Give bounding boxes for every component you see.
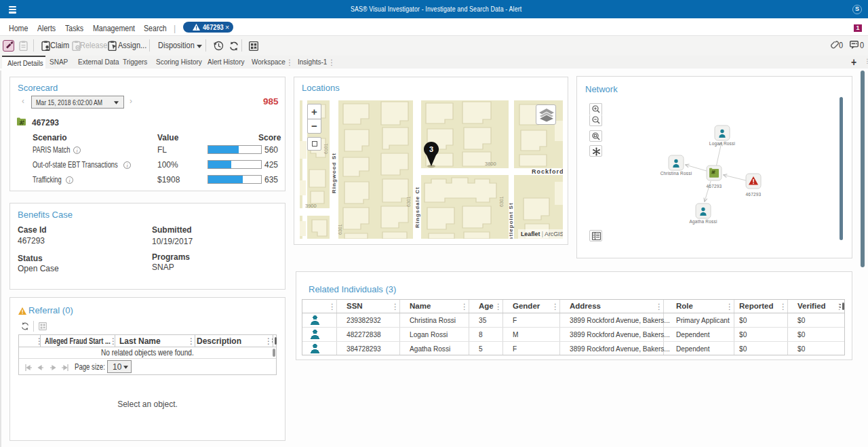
svg-text:3: 3 — [429, 145, 433, 153]
svg-text:467293: 467293 — [707, 184, 722, 189]
svg-text:Ringsdale Ct: Ringsdale Ct — [414, 187, 420, 228]
svg-text:467293: 467293 — [746, 192, 762, 197]
svg-text:6301: 6301 — [338, 224, 342, 235]
svg-text:Ringwood St: Ringwood St — [331, 153, 337, 193]
svg-text:3900: 3900 — [305, 203, 317, 209]
svg-text:6101: 6101 — [323, 143, 328, 154]
svg-text:6301: 6301 — [406, 196, 411, 207]
svg-text:Christina Rossi: Christina Rossi — [660, 171, 692, 176]
svg-text:Rockford: Rockford — [532, 168, 563, 175]
svg-text:Agatha Rossi: Agatha Rossi — [689, 219, 717, 225]
svg-text:Logan Rossi: Logan Rossi — [709, 141, 735, 147]
svg-text:3800: 3800 — [485, 161, 496, 167]
svg-text:stlepoint St: stlepoint St — [508, 202, 514, 239]
svg-text:Leaflet | ArcGIS: Leaflet | ArcGIS — [521, 231, 563, 237]
svg-text:6301: 6301 — [499, 196, 504, 207]
